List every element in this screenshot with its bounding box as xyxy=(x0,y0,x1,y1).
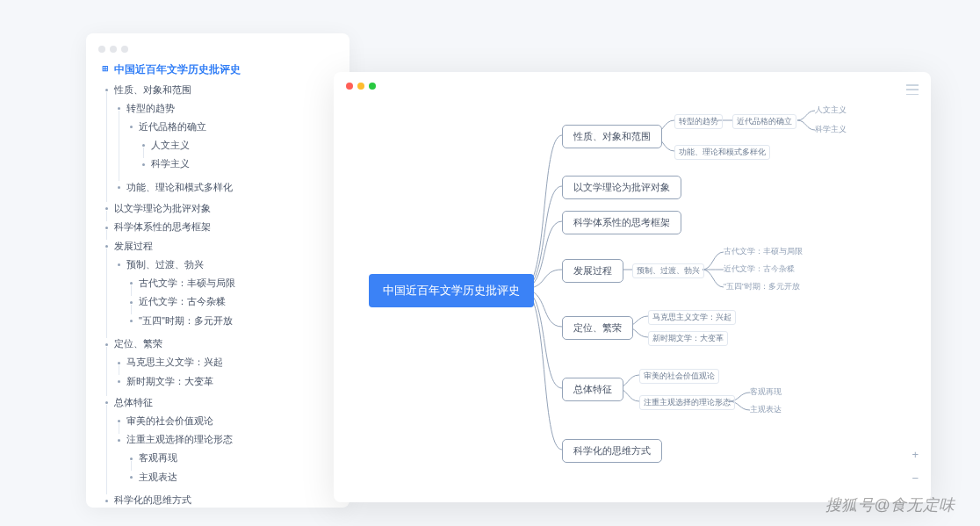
zoom-out-button[interactable]: − xyxy=(912,472,919,485)
outline-label: 定位、繁荣 xyxy=(114,338,162,349)
outline-label: 近代品格的确立 xyxy=(139,121,206,132)
outline-item[interactable]: 新时期文学：大变革 xyxy=(114,371,334,391)
outline-label: 发展过程 xyxy=(114,241,153,251)
outline-label: 审美的社会价值观论 xyxy=(126,415,213,426)
outline-label: 功能、理论和模式多样化 xyxy=(126,182,233,192)
outline-item[interactable]: 古代文学：丰硕与局限 xyxy=(126,273,334,292)
outline-label: 古代文学：丰硕与局限 xyxy=(139,277,235,288)
outline-item[interactable]: 审美的社会价值观论 xyxy=(114,411,334,430)
mindmap-tiny[interactable]: 主观表达 xyxy=(750,405,782,415)
outline-item[interactable]: "五四"时期：多元开放 xyxy=(126,311,334,330)
mindmap-tiny[interactable]: 客观再现 xyxy=(750,387,782,398)
mindmap-leaf[interactable]: 预制、过渡、勃兴 xyxy=(632,263,704,278)
zoom-controls: + − xyxy=(912,448,919,485)
outline-item[interactable]: 性质、对象和范围 转型的趋势 近代品格的确立 人文主义 科学主义 功能 xyxy=(102,80,334,198)
outline-window: 中国近百年文学历史批评史 性质、对象和范围 转型的趋势 近代品格的确立 人文主义… xyxy=(86,33,349,508)
outline-item[interactable]: 以文学理论为批评对象 xyxy=(102,198,334,218)
outline-label: "五四"时期：多元开放 xyxy=(139,315,233,326)
mindmap-node[interactable]: 科学化的思维方式 xyxy=(562,439,662,463)
mindmap-tiny[interactable]: 近代文学：古今杂糅 xyxy=(724,264,795,275)
mindmap-leaf[interactable]: 审美的社会价值观论 xyxy=(639,369,719,384)
mindmap-node[interactable]: 定位、繁荣 xyxy=(562,316,633,340)
mindmap-leaf[interactable]: 注重主观选择的理论形态 xyxy=(639,395,735,410)
outline-label: 总体特征 xyxy=(114,397,153,407)
outline-item[interactable]: 科学化的思维方式 xyxy=(102,491,334,510)
outline-label: 科学体系性的思考框架 xyxy=(114,221,211,232)
mindmap-leaf[interactable]: 马克思主义文学：兴起 xyxy=(648,310,736,325)
outline-item[interactable]: 功能、理论和模式多样化 xyxy=(114,177,334,197)
outline-item[interactable]: 马克思主义文学：兴起 xyxy=(114,353,334,372)
outline-label: 性质、对象和范围 xyxy=(114,84,191,95)
mindmap-canvas[interactable]: 中国近百年文学历史批评史 性质、对象和范围 以文学理论为批评对象 科学体系性的思… xyxy=(334,72,931,502)
outline-label: 马克思主义文学：兴起 xyxy=(126,357,223,367)
outline-label: 转型的趋势 xyxy=(126,103,175,113)
outline-label: 科学主义 xyxy=(151,158,190,169)
outline-label: 新时期文学：大变革 xyxy=(126,376,213,386)
outline-label: 客观再现 xyxy=(139,452,177,463)
outline-item[interactable]: 主观表达 xyxy=(126,467,334,486)
window-dot[interactable] xyxy=(110,46,117,53)
outline-label: 科学化的思维方式 xyxy=(114,494,191,505)
outline-item[interactable]: 预制、过渡、勃兴 古代文学：丰硕与局限 近代文学：古今杂糅 "五四"时期：多元开… xyxy=(114,255,334,332)
mindmap-tiny[interactable]: 科学主义 xyxy=(815,125,847,135)
window-controls-outline xyxy=(86,44,349,61)
mindmap-node[interactable]: 科学体系性的思考框架 xyxy=(562,211,681,234)
mindmap-root[interactable]: 中国近百年文学历史批评史 xyxy=(369,274,534,307)
mindmap-leaf[interactable]: 新时期文学：大变革 xyxy=(648,331,728,346)
window-dot[interactable] xyxy=(98,46,105,53)
outline-item[interactable]: 近代品格的确立 人文主义 科学主义 xyxy=(126,117,334,176)
outline-item[interactable]: 总体特征 审美的社会价值观论 注重主观选择的理论形态 客观再现 主观表达 xyxy=(102,393,334,491)
outline-item[interactable]: 人文主义 xyxy=(139,135,334,155)
zoom-in-button[interactable]: + xyxy=(912,448,919,461)
outline-title[interactable]: 中国近百年文学历史批评史 xyxy=(102,61,334,80)
outline-label: 以文学理论为批评对象 xyxy=(114,203,211,213)
mindmap-node[interactable]: 以文学理论为批评对象 xyxy=(562,176,681,199)
outline-item[interactable]: 定位、繁荣 马克思主义文学：兴起 新时期文学：大变革 xyxy=(102,335,334,393)
mindmap-leaf[interactable]: 转型的趋势 xyxy=(674,114,723,129)
outline-item[interactable]: 注重主观选择的理论形态 客观再现 主观表达 xyxy=(114,430,334,489)
mindmap-node[interactable]: 总体特征 xyxy=(562,378,623,401)
outline-item[interactable]: 近代文学：古今杂糅 xyxy=(126,292,334,312)
watermark: 搜狐号@食无定味 xyxy=(825,494,955,515)
outline-label: 注重主观选择的理论形态 xyxy=(126,434,233,444)
mindmap-node[interactable]: 性质、对象和范围 xyxy=(562,125,662,148)
mindmap-window: 中国近百年文学历史批评史 性质、对象和范围 以文学理论为批评对象 科学体系性的思… xyxy=(334,72,931,502)
outline-tree: 中国近百年文学历史批评史 性质、对象和范围 转型的趋势 近代品格的确立 人文主义… xyxy=(86,61,349,509)
outline-item[interactable]: 转型的趋势 近代品格的确立 人文主义 科学主义 xyxy=(114,98,334,177)
outline-item[interactable]: 发展过程 预制、过渡、勃兴 古代文学：丰硕与局限 近代文学：古今杂糅 "五四"时… xyxy=(102,236,334,335)
mindmap-tiny[interactable]: "五四"时期：多元开放 xyxy=(724,282,800,292)
mindmap-tiny[interactable]: 古代文学：丰硕与局限 xyxy=(724,247,803,257)
mindmap-tiny[interactable]: 人文主义 xyxy=(815,105,847,116)
outline-item[interactable]: 科学体系性的思考框架 xyxy=(102,218,334,237)
outline-label: 近代文学：古今杂糅 xyxy=(139,296,226,306)
outline-item[interactable]: 客观再现 xyxy=(126,449,334,468)
outline-item[interactable]: 科学主义 xyxy=(139,155,334,174)
outline-label: 预制、过渡、勃兴 xyxy=(126,259,204,270)
outline-label: 主观表达 xyxy=(139,472,177,482)
window-dot[interactable] xyxy=(121,46,128,53)
outline-label: 人文主义 xyxy=(151,140,190,150)
mindmap-leaf[interactable]: 近代品格的确立 xyxy=(732,114,796,129)
mindmap-leaf[interactable]: 功能、理论和模式多样化 xyxy=(674,145,770,160)
mindmap-node[interactable]: 发展过程 xyxy=(562,259,623,283)
